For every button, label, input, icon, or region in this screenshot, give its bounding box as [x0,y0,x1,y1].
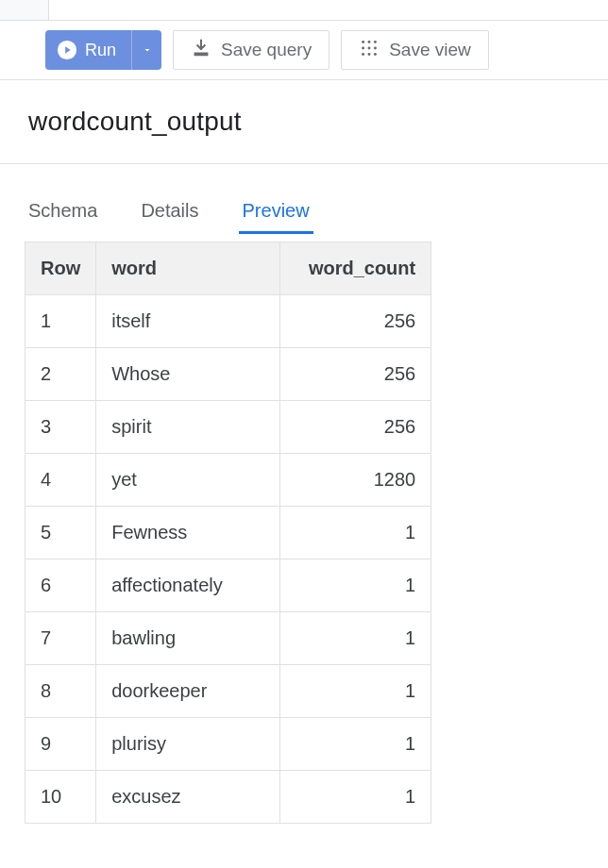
header-word: word [96,242,280,295]
cell-word: itself [96,295,280,348]
download-icon [191,38,211,63]
results-table: Row word word_count 1itself2562Whose2563… [25,242,431,824]
tab-preview[interactable]: Preview [239,191,313,234]
svg-point-3 [374,41,377,43]
svg-point-4 [362,46,364,49]
table-row: 10excusez1 [25,771,431,824]
header-row: Row [25,242,96,295]
save-view-button[interactable]: Save view [341,30,489,70]
svg-point-2 [368,41,371,43]
editor-tab-stub[interactable] [0,0,49,21]
cell-row: 10 [25,771,96,824]
table-row: 3spirit256 [25,401,431,454]
caret-down-icon [142,44,153,56]
svg-point-1 [362,41,364,43]
cell-word-count: 1280 [280,454,431,507]
cell-word: excusez [96,771,280,824]
table-row: 9plurisy1 [25,718,431,771]
cell-word: doorkeeper [96,665,280,718]
svg-point-9 [374,52,377,55]
svg-point-8 [368,52,371,55]
title-section: wordcount_output [0,80,608,164]
cell-row: 8 [25,665,96,718]
table-row: 6affectionately1 [25,559,431,612]
table-wrap: Row word word_count 1itself2562Whose2563… [0,242,608,824]
toolbar: Run Save query Save view [0,21,608,80]
cell-word-count: 1 [280,718,431,771]
cell-row: 2 [25,348,96,401]
page-title: wordcount_output [28,107,580,137]
cell-word-count: 1 [280,771,431,824]
cell-word-count: 256 [280,295,431,348]
cell-word-count: 1 [280,665,431,718]
tab-schema[interactable]: Schema [25,191,101,234]
cell-row: 6 [25,559,96,612]
top-tab-bar [0,0,608,21]
cell-word: affectionately [96,559,280,612]
cell-word: plurisy [96,718,280,771]
svg-point-7 [362,52,364,55]
cell-row: 1 [25,295,96,348]
cell-row: 4 [25,454,96,507]
cell-row: 7 [25,612,96,665]
table-row: 4yet1280 [25,454,431,507]
svg-point-6 [374,46,377,49]
cell-row: 9 [25,718,96,771]
tabs: Schema Details Preview [0,191,608,234]
cell-word-count: 256 [280,348,431,401]
play-icon [57,40,77,60]
save-query-label: Save query [221,40,312,60]
cell-word-count: 1 [280,612,431,665]
grid-icon [359,38,380,63]
svg-point-5 [368,46,371,49]
cell-word-count: 256 [280,401,431,454]
cell-row: 5 [25,507,96,559]
cell-word: yet [96,454,280,507]
save-view-label: Save view [389,40,471,60]
table-row: 8doorkeeper1 [25,665,431,718]
run-label: Run [85,41,116,60]
table-row: 2Whose256 [25,348,431,401]
table-row: 1itself256 [25,295,431,348]
tab-details[interactable]: Details [137,191,202,234]
cell-word-count: 1 [280,507,431,559]
cell-word: Whose [96,348,280,401]
table-row: 5Fewness1 [25,507,431,559]
run-dropdown[interactable] [131,30,161,70]
table-header-row: Row word word_count [25,242,431,295]
save-query-button[interactable]: Save query [173,30,329,70]
cell-row: 3 [25,401,96,454]
cell-word: Fewness [96,507,280,559]
cell-word: spirit [96,401,280,454]
cell-word: bawling [96,612,280,665]
table-row: 7bawling1 [25,612,431,665]
run-button[interactable]: Run [45,30,131,70]
run-button-group: Run [45,30,161,70]
cell-word-count: 1 [280,559,431,612]
header-word-count: word_count [280,242,431,295]
